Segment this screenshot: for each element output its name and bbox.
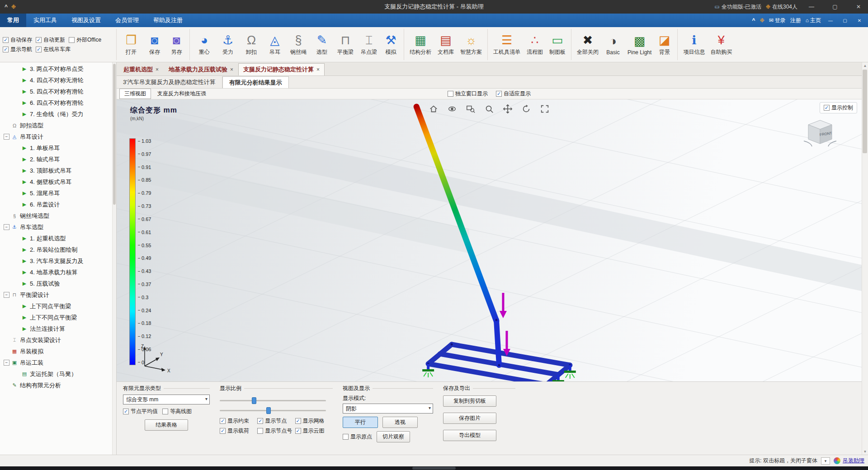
show-origin-checkbox[interactable]: 显示原点 bbox=[343, 433, 372, 441]
tree-expand-icon[interactable] bbox=[14, 77, 19, 83]
view-option-checkbox[interactable]: 自适应显示 bbox=[496, 90, 531, 98]
tree-item[interactable]: ✎ 结构有限元分析 bbox=[1, 380, 112, 391]
tree-expand-icon[interactable] bbox=[14, 190, 19, 196]
toolbar-button[interactable]: ✎ 选型 bbox=[310, 29, 334, 60]
scale-slider[interactable] bbox=[220, 396, 326, 404]
tree-expand-icon[interactable] bbox=[14, 202, 19, 207]
slider-thumb[interactable] bbox=[266, 407, 271, 414]
checkbox-box[interactable] bbox=[220, 428, 226, 434]
sub-tab[interactable]: 3'汽车吊支腿反力及静态稳定性计算 bbox=[117, 76, 222, 88]
tree-expand-icon[interactable] bbox=[14, 371, 19, 377]
tree-expand-icon[interactable] bbox=[14, 156, 19, 162]
perspective-button[interactable]: 透视 bbox=[382, 417, 418, 428]
display-option-checkbox[interactable]: 显示云图 bbox=[295, 427, 333, 435]
view-tab[interactable]: 三维视图 bbox=[119, 89, 151, 99]
zoom-window-icon[interactable] bbox=[465, 103, 476, 115]
status-dropdown[interactable] bbox=[821, 457, 830, 465]
tree-item[interactable]: ◬ 吊耳设计 bbox=[1, 131, 112, 142]
menu-item[interactable]: 常用 bbox=[0, 14, 26, 27]
maximize-button[interactable] bbox=[826, 0, 844, 14]
tree-item[interactable]: ▶ 5. 四点不对称有滑轮 bbox=[1, 86, 112, 97]
tree-item[interactable]: ▶ 4. 地基承载力核算 bbox=[1, 267, 112, 278]
tree-item[interactable]: ▶ 5. 压载试验 bbox=[1, 278, 112, 289]
toolbar-button[interactable]: ☼ 智慧方案 bbox=[458, 29, 488, 60]
tree-expand-icon[interactable] bbox=[14, 168, 19, 174]
display-option-checkbox[interactable]: 显示约束 bbox=[220, 417, 257, 425]
tree-item[interactable]: ▤ 支运托架（马凳） bbox=[1, 368, 112, 380]
menu-item[interactable]: 会员管理 bbox=[108, 14, 146, 27]
toolbar-button[interactable]: ◙ 另存 bbox=[166, 29, 190, 60]
sidebar-scrollbar[interactable] bbox=[112, 62, 116, 455]
tree-item[interactable]: ▶ 上下不同点平衡梁 bbox=[1, 312, 112, 323]
tree-expand-icon[interactable] bbox=[4, 213, 9, 219]
toolbar-button[interactable]: ◕ 重心 bbox=[193, 29, 216, 60]
display-option-checkbox[interactable]: 显示节点 bbox=[257, 417, 295, 425]
tree-item[interactable]: ▶ 7. 生命线（绳）受力 bbox=[1, 108, 112, 120]
checkbox-box[interactable] bbox=[3, 37, 9, 43]
toolbar-button[interactable]: § 钢丝绳 bbox=[287, 29, 310, 60]
rotate-icon[interactable] bbox=[520, 103, 532, 115]
tree-item[interactable]: ▶ 2. 吊装站位图绘制 bbox=[1, 244, 112, 255]
scrollbar-thumb[interactable] bbox=[863, 70, 867, 153]
parallel-button[interactable]: 平行 bbox=[343, 417, 378, 428]
register-button[interactable]: 注册 bbox=[790, 17, 801, 24]
checkbox-box[interactable] bbox=[257, 418, 263, 424]
tree-expand-icon[interactable] bbox=[14, 303, 19, 309]
tree-expand-icon[interactable] bbox=[14, 179, 19, 185]
toolbar-checkbox[interactable]: 外部Office bbox=[69, 36, 101, 44]
tree-item[interactable]: ▶ 2. 轴式吊耳 bbox=[1, 154, 112, 165]
document-tab[interactable]: 支腿反力记静态稳定性计算 bbox=[238, 63, 325, 75]
3d-viewport[interactable]: 综合变形 mm (m,kN) 1.03 bbox=[117, 99, 862, 381]
tree-item[interactable]: ▶ 1. 单板吊耳 bbox=[1, 142, 112, 154]
tree-expand-icon[interactable] bbox=[4, 134, 9, 140]
collapse-ribbon-icon[interactable] bbox=[752, 17, 755, 24]
display-option-checkbox[interactable]: 显示载荷 bbox=[220, 427, 257, 435]
checkbox-box[interactable] bbox=[36, 37, 42, 43]
mini-close-button[interactable] bbox=[854, 16, 864, 24]
brand-link[interactable]: 吊装助理 bbox=[843, 457, 864, 465]
zoom-icon[interactable] bbox=[483, 103, 495, 115]
export-button[interactable]: 导出模型 bbox=[443, 430, 496, 441]
checkbox-box[interactable] bbox=[3, 47, 9, 52]
document-tab[interactable]: 起重机选型 bbox=[118, 63, 164, 75]
tree-item[interactable]: ▶ 4. 四点不对称无滑轮 bbox=[1, 75, 112, 86]
toolbar-button[interactable]: ◑ Basic bbox=[601, 29, 625, 60]
tree-expand-icon[interactable] bbox=[14, 111, 19, 117]
mini-maximize-button[interactable] bbox=[840, 16, 850, 24]
tree-item[interactable]: ▶ 6. 吊盖设计 bbox=[1, 199, 112, 210]
slider-thumb[interactable] bbox=[252, 397, 256, 404]
tree-expand-icon[interactable] bbox=[14, 66, 19, 72]
tree-expand-icon[interactable] bbox=[4, 360, 9, 366]
tree-expand-icon[interactable] bbox=[14, 258, 19, 264]
tree-expand-icon[interactable] bbox=[14, 100, 19, 106]
tree-expand-icon[interactable] bbox=[4, 382, 9, 388]
close-button[interactable] bbox=[849, 0, 868, 14]
tree-item[interactable]: ▶ 3. 两点不对称吊点受 bbox=[1, 63, 112, 75]
fit-view-icon[interactable] bbox=[539, 103, 551, 115]
toolbar-button[interactable]: ℹ 项目信息 bbox=[680, 29, 708, 60]
checkbox-box[interactable] bbox=[220, 418, 226, 424]
display-mode-dropdown[interactable]: 阴影 bbox=[343, 404, 433, 414]
tree-item[interactable]: ⚓ 吊车选型 bbox=[1, 221, 112, 233]
toolbar-button[interactable]: ◪ 背景 bbox=[654, 29, 678, 60]
toolbar-button[interactable]: ⊓ 平衡梁 bbox=[334, 29, 357, 60]
scrollbar-down-icon[interactable] bbox=[862, 448, 868, 455]
login-button[interactable]: 登录 bbox=[769, 17, 786, 24]
toolbar-button[interactable]: Ω 卸扣 bbox=[240, 29, 263, 60]
toolbar-button[interactable]: ¥ 自助购买 bbox=[708, 29, 735, 60]
tree-item[interactable]: ▶ 上下同点平衡梁 bbox=[1, 301, 112, 312]
tab-close-icon[interactable] bbox=[156, 66, 159, 73]
toolbar-button[interactable]: ◬ 吊耳 bbox=[263, 29, 287, 60]
tree-item[interactable]: ▶ 3. 顶部板式吊耳 bbox=[1, 165, 112, 176]
tree-expand-icon[interactable] bbox=[14, 315, 19, 320]
result-table-button[interactable]: 结果表格 bbox=[145, 419, 188, 431]
toolbar-button[interactable]: ⚒ 模拟 bbox=[381, 29, 404, 60]
display-option-checkbox[interactable]: 显示网格 bbox=[295, 417, 333, 425]
slider-track[interactable] bbox=[220, 400, 326, 401]
fe-type-dropdown[interactable]: 综合变形 mm bbox=[123, 395, 210, 404]
toolbar-button[interactable]: ▩ Pine Light bbox=[625, 29, 654, 60]
fe-option-checkbox[interactable]: 等高线图 bbox=[162, 408, 192, 415]
tree-expand-icon[interactable] bbox=[4, 348, 9, 354]
toolbar-button[interactable]: ▤ 文档库 bbox=[434, 29, 458, 60]
tree-expand-icon[interactable] bbox=[14, 247, 19, 253]
